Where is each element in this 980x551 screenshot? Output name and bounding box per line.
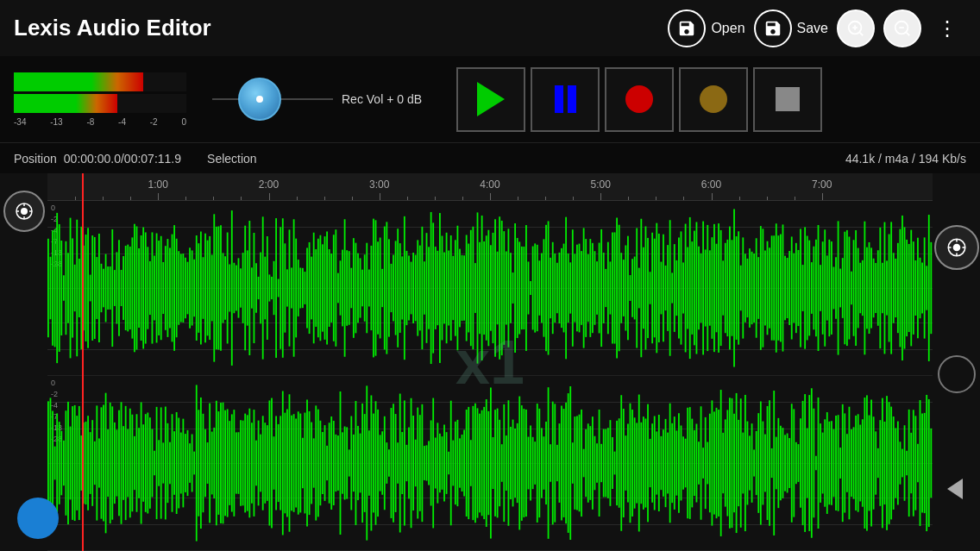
svg-rect-244 xyxy=(559,253,561,323)
svg-rect-387 xyxy=(875,263,876,313)
svg-rect-363 xyxy=(822,241,824,335)
record-button[interactable] xyxy=(605,67,674,132)
svg-line-6 xyxy=(907,32,910,35)
svg-rect-141 xyxy=(330,254,332,322)
svg-rect-681 xyxy=(640,423,642,504)
svg-rect-74 xyxy=(182,254,184,322)
svg-rect-27 xyxy=(79,259,80,317)
svg-rect-210 xyxy=(483,241,485,335)
svg-rect-163 xyxy=(380,238,381,339)
svg-rect-246 xyxy=(563,244,565,333)
waveform-main[interactable]: 1:002:003:004:005:006:007:00 0 -2 -4 -7 … xyxy=(47,173,933,551)
svg-rect-45 xyxy=(118,240,120,336)
svg-rect-557 xyxy=(366,385,368,540)
svg-rect-115 xyxy=(273,261,275,315)
right-pin-button[interactable] xyxy=(934,225,979,270)
svg-rect-196 xyxy=(452,256,454,320)
svg-rect-498 xyxy=(236,432,237,493)
controls-row: -34 -13 -8 -4 -2 0 Rec Vol + 0 dB xyxy=(0,56,980,142)
svg-rect-86 xyxy=(209,236,210,340)
svg-rect-393 xyxy=(889,235,890,342)
svg-rect-37 xyxy=(101,264,103,312)
svg-rect-489 xyxy=(216,401,217,526)
track-1[interactable]: 0 -2 -4 -7 -13 -28 xyxy=(47,201,933,376)
svg-rect-125 xyxy=(295,239,297,338)
pause-button[interactable] xyxy=(531,67,600,132)
svg-rect-338 xyxy=(767,241,769,335)
left-pin-button[interactable] xyxy=(3,191,45,232)
svg-rect-243 xyxy=(556,263,558,313)
svg-rect-592 xyxy=(443,424,445,501)
svg-rect-469 xyxy=(172,414,173,512)
svg-rect-723 xyxy=(733,414,735,512)
svg-rect-754 xyxy=(802,401,804,525)
svg-rect-543 xyxy=(335,435,336,492)
svg-rect-778 xyxy=(855,416,857,510)
svg-rect-339 xyxy=(769,247,770,328)
back-button[interactable] xyxy=(947,479,965,499)
svg-rect-455 xyxy=(141,402,142,523)
svg-rect-346 xyxy=(784,256,786,321)
zoom-out-button[interactable] xyxy=(883,9,921,47)
svg-rect-207 xyxy=(477,212,479,363)
svg-rect-208 xyxy=(479,242,481,334)
svg-rect-725 xyxy=(738,420,739,506)
svg-rect-151 xyxy=(353,238,355,338)
svg-rect-612 xyxy=(487,411,489,515)
play-button[interactable] xyxy=(456,67,525,132)
svg-rect-609 xyxy=(481,410,483,517)
more-button[interactable]: ⋮ xyxy=(930,16,966,41)
rec-vol-knob[interactable] xyxy=(238,78,281,121)
svg-rect-538 xyxy=(324,425,326,501)
svg-rect-258 xyxy=(589,239,591,337)
svg-rect-156 xyxy=(364,254,366,322)
svg-rect-279 xyxy=(636,228,638,348)
extra-button[interactable] xyxy=(679,67,748,132)
header: Lexis Audio Editor Open Save ⋮ xyxy=(0,0,980,56)
svg-rect-689 xyxy=(658,415,660,511)
svg-rect-507 xyxy=(255,441,257,486)
open-button[interactable]: Open xyxy=(668,9,744,47)
svg-rect-561 xyxy=(375,401,377,524)
svg-rect-441 xyxy=(110,403,111,523)
svg-rect-261 xyxy=(596,261,598,315)
svg-rect-116 xyxy=(275,218,277,358)
svg-rect-717 xyxy=(720,390,722,536)
svg-rect-524 xyxy=(293,414,295,512)
svg-rect-19 xyxy=(60,241,62,335)
stop-button[interactable] xyxy=(753,67,822,132)
svg-rect-420 xyxy=(63,441,65,485)
svg-rect-810 xyxy=(926,395,927,531)
svg-rect-313 xyxy=(712,237,713,339)
svg-rect-615 xyxy=(494,410,496,517)
svg-rect-325 xyxy=(738,231,739,344)
svg-rect-424 xyxy=(72,406,73,520)
svg-rect-787 xyxy=(875,431,876,494)
svg-rect-558 xyxy=(368,430,370,496)
svg-rect-732 xyxy=(753,449,755,476)
save-button[interactable]: Save xyxy=(754,9,828,47)
svg-rect-659 xyxy=(592,416,594,510)
timeline-tick-6:00 xyxy=(712,193,713,200)
svg-rect-435 xyxy=(96,405,97,520)
zoom-in-button[interactable] xyxy=(837,9,875,47)
svg-rect-365 xyxy=(826,255,828,320)
svg-rect-191 xyxy=(442,236,443,341)
circle-right-button[interactable] xyxy=(938,355,976,393)
svg-rect-714 xyxy=(713,411,715,514)
svg-rect-95 xyxy=(229,265,230,312)
svg-rect-762 xyxy=(820,423,821,503)
svg-rect-53 xyxy=(136,227,138,350)
track-2[interactable]: 0 -2 -4 -7 -13 -28 xyxy=(47,376,933,551)
timeline-marks: 1:002:003:004:005:006:007:00 xyxy=(47,173,933,200)
svg-rect-401 xyxy=(906,240,908,336)
svg-rect-728 xyxy=(744,395,746,531)
svg-rect-509 xyxy=(260,435,261,492)
svg-rect-698 xyxy=(678,413,680,513)
fab-button[interactable] xyxy=(17,498,59,539)
svg-rect-15 xyxy=(52,230,53,346)
waveform-container: 1:002:003:004:005:006:007:00 0 -2 -4 -7 … xyxy=(0,173,980,551)
svg-rect-289 xyxy=(658,234,660,342)
svg-rect-34 xyxy=(94,237,96,339)
svg-rect-197 xyxy=(455,240,456,335)
